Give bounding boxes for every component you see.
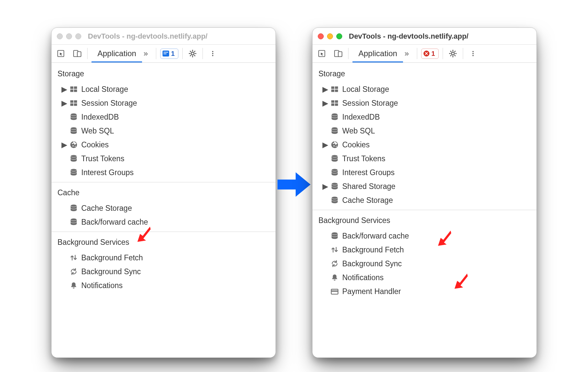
- tree-item[interactable]: ▶Background Fetch: [52, 251, 276, 265]
- db-icon: [69, 154, 78, 163]
- sync-icon: [69, 267, 78, 276]
- tree-item-label: Background Sync: [342, 258, 531, 269]
- expand-caret-icon[interactable]: ▶: [322, 139, 327, 150]
- tree-item[interactable]: ▶Cookies: [312, 138, 536, 152]
- card-icon: [330, 287, 339, 296]
- more-tabs-icon[interactable]: »: [142, 49, 149, 58]
- cookie-icon: [330, 140, 339, 149]
- tree-item[interactable]: ▶Background Sync: [52, 265, 276, 279]
- tree-item[interactable]: ▶Session Storage: [52, 96, 276, 110]
- tab-application[interactable]: Application: [352, 46, 403, 62]
- tree-item[interactable]: ▶Trust Tokens: [52, 152, 276, 166]
- tree-item[interactable]: ▶Web SQL: [312, 124, 536, 138]
- device-toolbar-icon[interactable]: [332, 48, 344, 59]
- updown-icon: [69, 253, 78, 262]
- zoom-icon[interactable]: [336, 33, 342, 39]
- tree-item[interactable]: ▶Cookies: [52, 138, 276, 152]
- tree-item[interactable]: ▶Local Storage: [52, 82, 276, 96]
- table-icon: [69, 85, 78, 93]
- separator: [463, 48, 463, 59]
- window-title: DevTools - ng-devtools.netlify.app/: [349, 32, 468, 41]
- more-tabs-icon[interactable]: »: [403, 49, 410, 58]
- tree-item-label: Trust Tokens: [81, 153, 270, 164]
- tree-item-label: Back/forward cache: [81, 216, 270, 228]
- tree-item-label: Notifications: [81, 280, 270, 291]
- expand-caret-icon[interactable]: ▶: [322, 181, 327, 192]
- application-sidebar: Storage▶Local Storage▶Session Storage▶In…: [52, 63, 276, 357]
- zoom-icon[interactable]: [75, 33, 81, 39]
- db-icon: [330, 154, 339, 163]
- tree-item[interactable]: ▶Background Fetch: [312, 243, 536, 257]
- db-icon: [69, 127, 78, 135]
- device-toolbar-icon[interactable]: [71, 48, 83, 59]
- separator: [182, 48, 183, 59]
- inspect-element-icon[interactable]: [55, 48, 67, 59]
- tree-item-label: Session Storage: [342, 97, 531, 109]
- close-icon[interactable]: [318, 33, 324, 39]
- db-icon: [69, 218, 78, 226]
- separator: [87, 48, 88, 59]
- tree-item[interactable]: ▶Back/forward cache: [52, 215, 276, 229]
- tree-item[interactable]: ▶Session Storage: [312, 96, 536, 110]
- tree-item[interactable]: ▶Cache Storage: [312, 193, 536, 207]
- tree-item-label: Cache Storage: [81, 203, 270, 214]
- tree-item[interactable]: ▶IndexedDB: [312, 110, 536, 124]
- traffic-lights: [57, 33, 81, 39]
- tree-item[interactable]: ▶Notifications: [312, 271, 536, 284]
- expand-caret-icon[interactable]: ▶: [61, 97, 66, 109]
- badge-count: 1: [171, 50, 175, 57]
- tree-item[interactable]: ▶Web SQL: [52, 124, 276, 138]
- inspect-element-icon[interactable]: [316, 48, 328, 59]
- expand-caret-icon[interactable]: ▶: [61, 139, 66, 150]
- tree-item[interactable]: ▶Background Sync: [312, 257, 536, 271]
- titlebar: DevTools - ng-devtools.netlify.app/: [312, 28, 536, 44]
- tree-item[interactable]: ▶Payment Handler: [312, 284, 536, 298]
- table-icon: [330, 99, 339, 107]
- db-icon: [330, 196, 339, 205]
- settings-icon[interactable]: [447, 48, 459, 59]
- tree-item[interactable]: ▶Interest Groups: [52, 166, 276, 179]
- tree-item-label: Background Fetch: [342, 244, 531, 255]
- tree-item-label: Cookies: [342, 139, 531, 150]
- table-icon: [69, 99, 78, 107]
- tab-application[interactable]: Application: [92, 46, 142, 62]
- settings-icon[interactable]: [187, 48, 199, 59]
- tree-item-label: Background Sync: [81, 266, 270, 277]
- console-messages-badge[interactable]: 1: [160, 49, 178, 59]
- console-errors-badge[interactable]: ✕1: [421, 49, 439, 59]
- section-title: Storage: [52, 66, 276, 82]
- tree-item[interactable]: ▶Shared Storage: [312, 179, 536, 193]
- tree-item-label: Back/forward cache: [342, 230, 531, 242]
- tree-item[interactable]: ▶Trust Tokens: [312, 152, 536, 166]
- titlebar: DevTools - ng-devtools.netlify.app/: [52, 28, 276, 44]
- minimize-icon[interactable]: [66, 33, 72, 39]
- db-icon: [330, 232, 339, 240]
- tree-item[interactable]: ▶Cache Storage: [52, 201, 276, 215]
- expand-caret-icon[interactable]: ▶: [61, 84, 66, 95]
- tree-item-label: Background Fetch: [81, 252, 270, 263]
- db-icon: [330, 182, 339, 191]
- tree-item[interactable]: ▶Local Storage: [312, 82, 536, 96]
- db-icon: [69, 168, 78, 177]
- tree-item-label: Web SQL: [342, 125, 531, 136]
- expand-caret-icon[interactable]: ▶: [322, 97, 327, 109]
- tree-item[interactable]: ▶Notifications: [52, 279, 276, 292]
- tree-item-label: Local Storage: [81, 84, 270, 95]
- db-icon: [330, 113, 339, 121]
- tree-item[interactable]: ▶Interest Groups: [312, 166, 536, 179]
- tree-item-label: Notifications: [342, 272, 531, 283]
- tree-item[interactable]: ▶IndexedDB: [52, 110, 276, 124]
- db-icon: [330, 168, 339, 177]
- tree-item[interactable]: ▶Back/forward cache: [312, 229, 536, 243]
- tree-item-label: Cookies: [81, 139, 270, 150]
- kebab-menu-icon[interactable]: [207, 48, 219, 59]
- minimize-icon[interactable]: [327, 33, 333, 39]
- close-icon[interactable]: [57, 33, 63, 39]
- tree-item-label: Shared Storage: [342, 181, 531, 192]
- tree-item-label: Interest Groups: [342, 167, 531, 178]
- separator: [417, 48, 417, 59]
- kebab-menu-icon[interactable]: [467, 48, 479, 59]
- section-title: Background Services: [312, 213, 536, 229]
- expand-caret-icon[interactable]: ▶: [322, 84, 327, 95]
- tree-item-label: IndexedDB: [81, 111, 270, 123]
